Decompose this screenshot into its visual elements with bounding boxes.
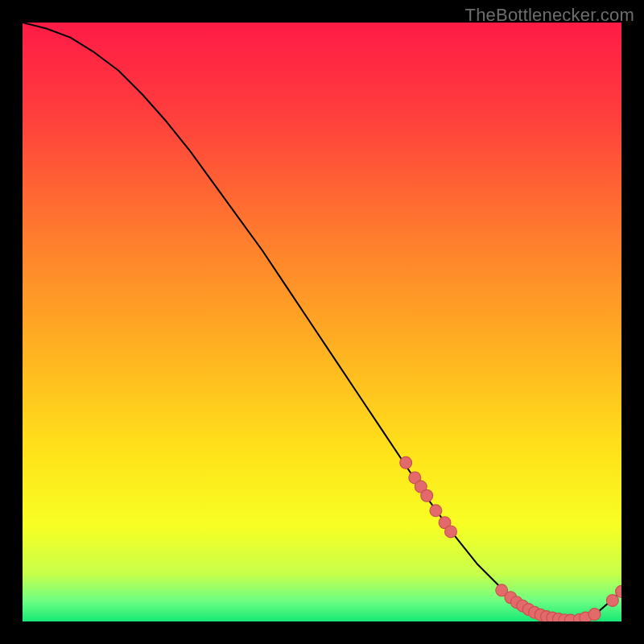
chart-stage: TheBottlenecker.com bbox=[0, 0, 644, 644]
data-point bbox=[445, 526, 457, 538]
plot-background bbox=[23, 23, 621, 621]
data-point bbox=[400, 456, 412, 469]
data-point bbox=[606, 595, 618, 607]
data-point bbox=[430, 505, 442, 517]
data-point bbox=[588, 609, 601, 621]
data-point bbox=[421, 489, 433, 502]
bottleneck-chart bbox=[23, 23, 621, 621]
